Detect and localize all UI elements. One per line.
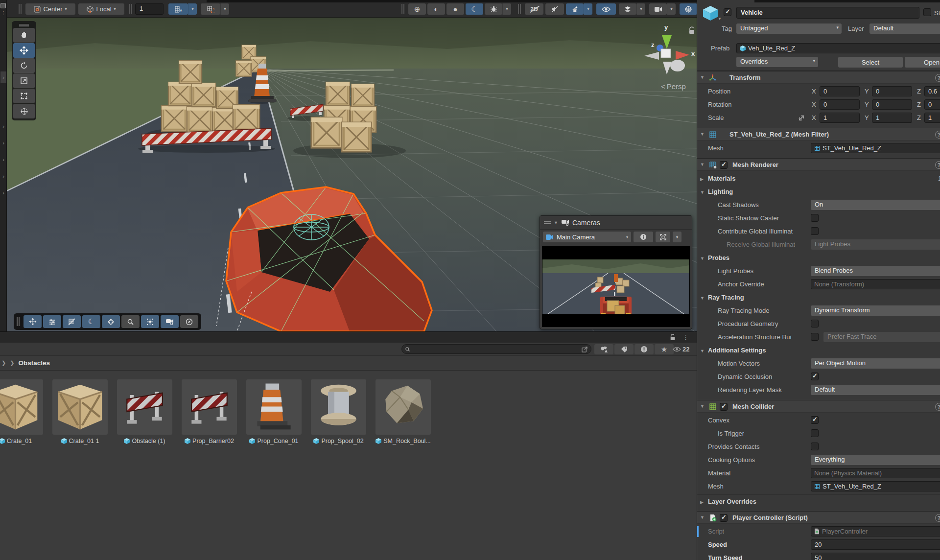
orientation-overlay-button[interactable] [180,315,198,328]
foldout-icon[interactable]: ▼ [700,75,705,80]
move-overlay-button[interactable] [24,315,42,328]
camera-settings-button[interactable] [649,3,667,15]
procedural-geometry-checkbox[interactable] [811,320,819,327]
probes-foldout[interactable]: ▼ Probes [697,253,940,263]
project-item[interactable]: Crate_01 1 [52,379,108,444]
chevron-down-icon[interactable]: ▼ [718,17,722,21]
layers-button[interactable] [619,3,636,15]
unlock-icon[interactable] [688,26,695,34]
layer-dropdown[interactable]: Default [870,23,940,34]
ray-tracing-mode-dropdown[interactable]: Dynamic Transform [811,305,940,316]
debug-draw-button[interactable] [485,3,502,15]
save-search-button[interactable]: ★ [655,344,674,354]
ray-tracing-foldout[interactable]: ▼ Ray Tracing [697,292,940,303]
shading-shaded-button[interactable]: ● [446,3,464,15]
search-overlay-button[interactable] [121,315,140,328]
debug-draw-dropdown[interactable]: ▾ [502,3,511,15]
hand-tool-button[interactable] [13,28,35,43]
chevron-down-icon[interactable]: ▼ [554,220,558,225]
lighting-foldout[interactable]: ▼ Lighting [697,187,940,197]
accel-structure-checkbox[interactable] [811,333,819,341]
help-icon[interactable]: ? [935,161,940,169]
shading-shaded-wire-button[interactable]: ◐ [427,3,445,15]
dock-chevron-icon[interactable]: › [0,71,6,83]
gizmo-neg-x-cone[interactable] [644,52,659,60]
foldout-icon[interactable]: ▼ [700,404,705,409]
gizmo-x-cone[interactable] [676,51,689,60]
scale-x-field[interactable]: 1 [820,113,860,123]
search-importlog-button[interactable] [634,344,654,354]
rotate-tool-button[interactable] [13,58,35,73]
provides-contacts-checkbox[interactable] [811,443,819,450]
help-icon[interactable]: ? [935,514,940,522]
overrides-dropdown[interactable]: Overrides [736,57,818,67]
project-item[interactable]: Obstacle (1) [117,379,172,444]
grid-visibility-dropdown[interactable]: ▾ [188,3,197,15]
kebab-menu-icon[interactable]: ⋮ [682,333,689,341]
lighting-overlay-button[interactable]: ☾ [82,315,100,328]
cameras-panel-header[interactable]: ▼ Cameras [540,216,692,230]
transform-component-header[interactable]: ▼ Transform ? [697,71,940,84]
prefab-object-field[interactable]: Veh_Ute_Red_Z [736,43,940,53]
unlock-icon[interactable] [670,334,676,342]
collider-mesh-field[interactable]: ST_Veh_Ute_Red_Z [811,481,940,491]
grid-snap-dropdown[interactable]: ▾ [220,3,229,15]
camera-info-button[interactable] [634,232,653,242]
layer-overrides-foldout[interactable]: ▶ Layer Overrides [697,494,940,507]
dock-chevron-icon[interactable]: › [0,172,6,180]
static-shadow-caster-checkbox[interactable] [811,214,819,222]
pivot-mode-dropdown[interactable]: Center ▾ [25,3,75,15]
scale-tool-button[interactable] [13,73,35,88]
camera-settings-dropdown[interactable]: ▾ [667,3,676,15]
mesh-filter-header[interactable]: ▼ ST_Veh_Ute_Red_Z (Mesh Filter) ? [697,128,940,140]
speed-field[interactable]: 20 [811,539,940,550]
open-in-window-icon[interactable] [582,346,588,352]
gizmo-neg-z-cone[interactable] [670,60,685,71]
foldout-icon[interactable]: ▼ [700,163,705,167]
link-broken-icon[interactable] [798,115,805,121]
grid-visibility-button[interactable]: Y [168,3,188,15]
overlay-drag-handle[interactable] [19,23,29,27]
search-input[interactable] [412,346,580,352]
probes-overlay-button[interactable] [102,315,120,328]
grid-size-input[interactable]: 1 [135,3,164,15]
component-enabled-checkbox[interactable] [720,403,728,411]
static-checkbox[interactable] [923,8,931,16]
drag-handle-icon[interactable] [544,221,551,224]
project-item[interactable]: Prop_Cone_01 [246,379,302,444]
additional-settings-foldout[interactable]: ▼ Additional Settings [697,345,940,356]
cameras-overlay-button[interactable] [161,315,179,328]
physics-material-field[interactable]: None (Physics Material) [811,468,940,478]
scene-lighting-toggle[interactable]: ☾ [466,3,483,15]
rendering-layer-mask-dropdown[interactable]: Default [811,385,940,395]
component-enabled-checkbox[interactable] [720,514,728,522]
transform-tool-button[interactable] [13,104,35,118]
player-controller-header[interactable]: ▼ Player Controller (Script) ? [697,511,940,524]
grid-snapping-button[interactable] [63,315,81,328]
scale-y-field[interactable]: 1 [872,113,912,123]
space-mode-dropdown[interactable]: Local ▾ [78,3,124,15]
position-z-field[interactable]: 0.6 [924,86,940,96]
script-object-field[interactable]: PlayerController [811,526,940,537]
dock-chevron-icon[interactable]: › [0,189,6,197]
overlay-drag-handle[interactable] [17,317,20,326]
cooking-options-dropdown[interactable]: Everything [811,455,940,465]
toolbar-drag-handle[interactable] [19,4,22,14]
camera-select-dropdown[interactable]: Main Camera ▾ [543,232,631,242]
center-tool-button[interactable] [141,315,159,328]
toggle-2d-button[interactable]: 2D [525,3,543,15]
effects-toggle-button[interactable] [566,3,584,15]
gameobject-name-field[interactable]: Vehicle [736,7,919,19]
mesh-collider-header[interactable]: ▼ Mesh Collider ? [697,400,940,413]
breadcrumb-folder[interactable]: Obstacles [18,359,50,367]
dock-chevron-icon[interactable]: › [0,139,6,147]
projection-label[interactable]: Persp [661,82,686,91]
turn-speed-field[interactable]: 50 [811,553,940,560]
scale-z-field[interactable]: 1 [924,113,940,123]
scene-viewport[interactable]: ☾ y x z Persp [7,18,697,331]
foldout-icon[interactable]: ▼ [700,515,705,520]
motion-vectors-dropdown[interactable]: Per Object Motion [811,358,940,369]
kebab-icon[interactable]: ⋮ [1,12,6,14]
select-button[interactable]: Select [838,57,903,68]
camera-frame-dropdown[interactable]: ▾ [673,232,682,242]
